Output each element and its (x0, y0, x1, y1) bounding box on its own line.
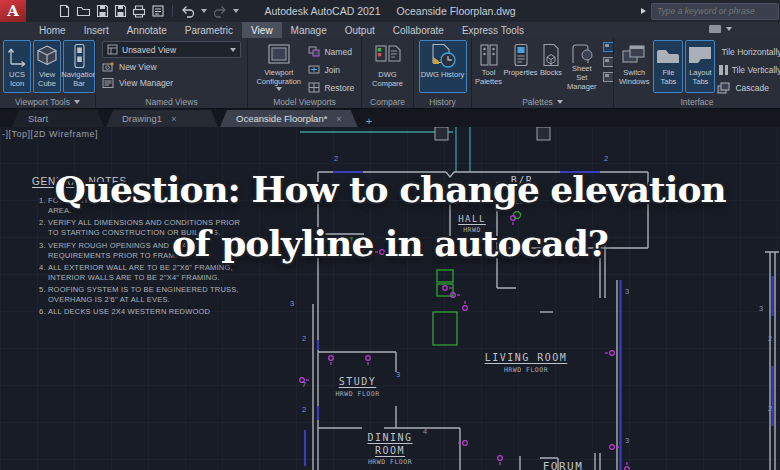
file-tab-start[interactable]: Start (12, 110, 104, 127)
tab-collaborate[interactable]: Collaborate (384, 22, 453, 38)
tile-horizontally-button[interactable]: Tile Horizontally (717, 44, 780, 59)
window-title: Autodesk AutoCAD 2021 Oceanside Floorpla… (264, 5, 515, 17)
group-label-named-views[interactable]: Named Views (96, 95, 247, 108)
close-icon[interactable]: × (336, 114, 341, 124)
keynote-tag: 4 (423, 427, 427, 436)
close-icon[interactable]: × (171, 114, 176, 124)
document-title: Oceanside Floorplan.dwg (397, 5, 516, 17)
group-label-viewport-tools[interactable]: Viewport Tools (0, 95, 95, 108)
panel-named-views: Unsaved View New View View Manager Named… (96, 38, 248, 108)
room-label-forum: FORUM (525, 460, 601, 470)
panel-interface: Switch Windows File Tabs Layout Tabs Til… (614, 38, 780, 108)
save-icon[interactable] (96, 4, 109, 18)
keynote-tag: 3 (759, 304, 763, 313)
new-view-button[interactable]: New View (102, 59, 241, 74)
chimney-block (435, 127, 448, 140)
dropdown-caret-icon (276, 87, 282, 91)
plot-icon[interactable] (132, 4, 146, 18)
keynote-tag: 2 (302, 334, 306, 343)
layout-tabs-icon (687, 43, 713, 67)
group-label-palettes[interactable]: Palettes (472, 95, 613, 108)
new-tab-button[interactable]: + (366, 115, 372, 127)
restore-viewport-button[interactable]: Restore (308, 80, 358, 95)
ribbon-options-caret-icon[interactable] (726, 27, 732, 31)
properties-icon (512, 43, 530, 67)
group-label-model-viewports[interactable]: Model Viewports (248, 95, 361, 108)
help-search (641, 3, 779, 20)
dwg-compare-button[interactable]: DWG Compare (366, 40, 410, 93)
tool-palettes-button[interactable]: Tool Palettes (475, 40, 502, 93)
file-tab-oceanside[interactable]: Oceanside Floorplan* × (220, 110, 358, 127)
keynote-tag: 7 (302, 380, 306, 389)
drawing-canvas[interactable]: -][Top][2D Wireframe] GENERAL NOTES FOUN… (0, 126, 780, 470)
keynote-tag: 2 (768, 334, 772, 343)
keynote-tag: 2 (302, 405, 306, 414)
search-arrow-icon[interactable] (641, 8, 646, 14)
tab-insert[interactable]: Insert (75, 22, 118, 38)
file-tabs-icon (655, 43, 681, 67)
view-cube-button[interactable]: View Cube (33, 40, 61, 93)
sheet-set-manager-button[interactable]: Sheet Set Manager (565, 40, 599, 93)
ribbon-tab-bar: Home Insert Annotate Parametric View Man… (0, 22, 780, 38)
tab-view[interactable]: View (242, 22, 282, 38)
blocks-button[interactable]: Blocks (539, 40, 563, 93)
group-label-history[interactable]: History (414, 95, 471, 108)
navigation-bar-button[interactable]: Navigation Bar (63, 40, 95, 93)
new-view-icon (102, 61, 115, 73)
palette-toggle-icon[interactable] (603, 57, 614, 67)
open-folder-icon[interactable] (76, 4, 91, 18)
panel-history: DWG History History (414, 38, 472, 108)
keynote-tag: 2 (768, 404, 772, 413)
room-label-living: LIVING ROOM HRWD FLOOR (466, 352, 586, 374)
view-manager-icon (102, 77, 115, 89)
tab-annotate[interactable]: Annotate (118, 22, 176, 38)
named-viewport-icon (308, 46, 320, 57)
dropdown-caret-icon (230, 48, 236, 52)
tab-parametric[interactable]: Parametric (176, 22, 242, 38)
view-dropdown[interactable]: Unsaved View (102, 41, 241, 58)
file-tabs-button[interactable]: File Tabs (653, 40, 683, 93)
redo-icon[interactable] (212, 4, 228, 18)
group-label-compare[interactable]: Compare (362, 95, 413, 108)
tab-home[interactable]: Home (30, 22, 75, 38)
panel-caret-icon (74, 100, 80, 104)
note-item: ALL DECKS USE 2X4 WESTERN REDWOOD (48, 307, 242, 317)
restore-viewport-icon (308, 82, 320, 93)
search-input[interactable] (651, 3, 779, 20)
named-viewport-button[interactable]: Named (308, 44, 358, 59)
ribbon-options[interactable] (708, 24, 732, 34)
view-manager-button[interactable]: View Manager (102, 75, 241, 90)
group-label-interface[interactable]: Interface (614, 95, 780, 108)
save-as-icon[interactable] (114, 4, 127, 18)
tile-vertically-icon (717, 64, 727, 76)
cascade-button[interactable]: Cascade (717, 80, 780, 95)
palette-toggle-icon[interactable] (603, 42, 614, 52)
tab-output[interactable]: Output (336, 22, 384, 38)
tile-vertically-button[interactable]: Tile Vertically (717, 62, 780, 77)
print-icon[interactable] (151, 4, 165, 18)
tool-palettes-icon (479, 43, 499, 67)
undo-icon[interactable] (180, 4, 196, 18)
autocad-logo[interactable]: A (0, 0, 26, 22)
file-tab-drawing1[interactable]: Drawing1 × (106, 110, 218, 127)
viewport-configuration-button[interactable]: Viewport Configuration (251, 40, 306, 93)
new-document-icon[interactable] (58, 4, 71, 18)
panel-palettes: Tool Palettes Properties Blocks Sheet Se… (472, 38, 614, 108)
view-state-icon (107, 44, 118, 55)
dwg-history-button[interactable]: DWG History (419, 40, 467, 93)
ribbon: UCS Icon View Cube Navigation Bar Viewpo… (0, 38, 780, 109)
undo-dropdown-icon[interactable] (201, 9, 207, 13)
tab-manage[interactable]: Manage (282, 22, 336, 38)
keynote-tag: 3 (396, 370, 400, 379)
ucs-icon-button[interactable]: UCS Icon (3, 40, 31, 93)
switch-windows-button[interactable]: Switch Windows (617, 40, 651, 93)
layout-tabs-button[interactable]: Layout Tabs (685, 40, 715, 93)
palette-toggle-icon[interactable] (603, 72, 614, 82)
viewport-controls[interactable]: -][Top][2D Wireframe] (2, 129, 98, 139)
properties-button[interactable]: Properties (504, 40, 537, 93)
join-viewport-icon (308, 64, 320, 75)
tab-express-tools[interactable]: Express Tools (453, 22, 533, 38)
note-item: ROOFING SYSTEM IS TO BE ENGINEERED TRUSS… (48, 285, 242, 305)
toolbar-customize-icon[interactable] (233, 9, 239, 13)
join-viewport-button[interactable]: Join (308, 62, 358, 77)
